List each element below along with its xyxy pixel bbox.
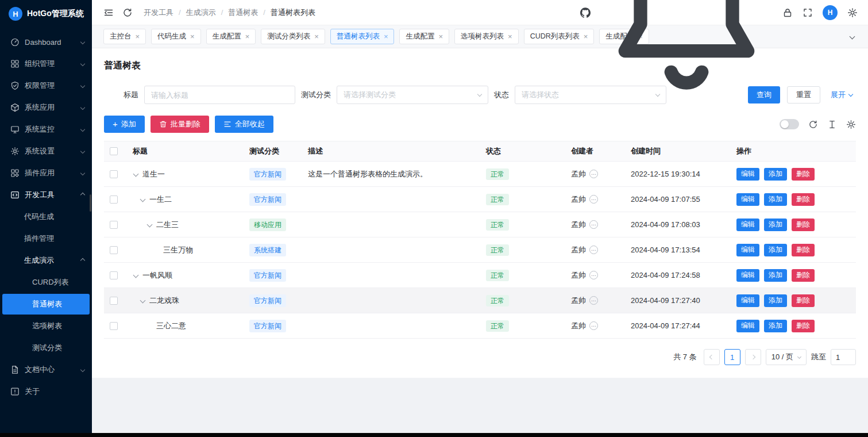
category-filter-select[interactable]: 请选择测试分类 [337,86,488,104]
row-edit-button[interactable]: 编辑 [736,294,759,307]
row-checkbox[interactable] [110,221,118,229]
row-edit-button[interactable]: 编辑 [736,320,759,332]
breadcrumb-item[interactable]: 开发工具 [144,7,173,18]
row-add-button[interactable]: 添加 [764,320,787,332]
row-delete-button[interactable]: 删除 [792,269,815,282]
tabs-dropdown-button[interactable] [844,34,860,39]
row-delete-button[interactable]: 删除 [792,168,815,181]
row-checkbox[interactable] [110,246,118,254]
creator-info-icon[interactable]: ⋯ [589,195,598,204]
row-checkbox[interactable] [110,170,118,178]
sidebar-item-system-monitor[interactable]: 系统监控 [0,118,92,140]
sidebar-item-dashboard[interactable]: Dashboard [0,31,92,53]
tab-console[interactable]: 主控台× [103,29,146,44]
tab-code-generation[interactable]: 代码生成× [151,29,201,44]
tree-collapse-icon[interactable] [146,222,152,228]
row-checkbox[interactable] [110,297,118,305]
row-delete-button[interactable]: 删除 [792,320,815,332]
expand-filters-button[interactable]: 展开 [827,89,856,101]
user-avatar[interactable]: H [823,5,838,20]
gear-icon[interactable] [846,120,856,129]
row-add-button[interactable]: 添加 [764,269,787,282]
app-logo[interactable]: H HotGo管理系统 [0,0,92,28]
row-add-button[interactable]: 添加 [764,244,787,256]
sidebar-item-plugin-apps[interactable]: 插件应用 [0,162,92,184]
row-edit-button[interactable]: 编辑 [736,218,759,231]
table-row[interactable]: 二龙戏珠 官方新闻 正常 孟帅⋯ 2024-04-09 17:27:40 编辑 … [104,288,856,313]
menu-fold-icon[interactable] [103,7,114,18]
creator-info-icon[interactable]: ⋯ [589,246,598,254]
table-border-toggle[interactable] [780,119,799,129]
sidebar-item-generation-demo[interactable]: 生成演示 [0,250,92,271]
sidebar-item-curd-list[interactable]: CURD列表 [0,271,92,293]
creator-info-icon[interactable]: ⋯ [589,220,598,229]
row-delete-button[interactable]: 删除 [792,294,815,307]
tab-close-icon[interactable]: × [438,33,443,40]
tab-generation-config-2[interactable]: 生成配置× [399,29,449,44]
tab-close-icon[interactable]: × [314,33,319,40]
creator-info-icon[interactable]: ⋯ [589,170,598,178]
add-button[interactable]: + 添加 [104,116,145,133]
table-row[interactable]: 二生三 移动应用 正常 孟帅⋯ 2024-04-09 17:08:03 编辑 添… [104,212,856,237]
row-add-button[interactable]: 添加 [764,193,787,206]
page-size-select[interactable]: 10 / 页 [766,349,807,365]
refresh-icon[interactable] [808,120,818,129]
sidebar-item-code-generation[interactable]: 代码生成 [0,206,92,228]
title-filter-input[interactable] [144,86,295,104]
creator-info-icon[interactable]: ⋯ [589,321,598,330]
jump-to-input[interactable] [831,349,856,365]
row-delete-button[interactable]: 删除 [792,244,815,256]
refresh-icon[interactable] [122,7,133,18]
table-row[interactable]: 一帆风顺 官方新闻 正常 孟帅⋯ 2024-04-09 17:24:58 编辑 … [104,263,856,288]
creator-info-icon[interactable]: ⋯ [589,296,598,305]
sidebar-scrollbar-thumb[interactable] [90,194,91,212]
sidebar-item-permissions[interactable]: 权限管理 [0,75,92,97]
collapse-all-button[interactable]: 全部收起 [215,116,273,133]
page-number-button[interactable]: 1 [724,349,740,365]
tab-close-icon[interactable]: × [508,33,512,40]
row-edit-button[interactable]: 编辑 [736,193,759,206]
tab-close-icon[interactable]: × [245,33,250,40]
table-row[interactable]: 道生一 官方新闻 这是一个普通树形表格的生成演示。 正常 孟帅⋯ 2022-12… [104,162,856,187]
reset-button[interactable]: 重置 [787,86,820,103]
notification-bell[interactable]: 1 [600,0,773,99]
sidebar-item-dev-tools[interactable]: 开发工具 [0,184,92,206]
sidebar-item-system-settings[interactable]: 系统设置 [0,140,92,162]
table-row[interactable]: 一生二 官方新闻 正常 孟帅⋯ 2024-04-09 17:07:55 编辑 添… [104,187,856,212]
fullscreen-icon[interactable] [803,7,813,18]
row-add-button[interactable]: 添加 [764,168,787,181]
sidebar-item-tree-table[interactable]: 普通树表 [2,294,90,315]
github-icon[interactable] [580,7,591,18]
select-all-checkbox[interactable] [110,147,118,155]
row-edit-button[interactable]: 编辑 [736,168,759,181]
tab-cudr-list[interactable]: CUDR列表列表× [524,29,595,44]
tab-close-icon[interactable]: × [584,33,588,40]
tab-close-icon[interactable]: × [190,33,195,40]
sidebar-item-option-tree-table[interactable]: 选项树表 [0,315,92,337]
lock-icon[interactable] [782,7,793,18]
text-height-icon[interactable] [827,120,837,129]
row-edit-button[interactable]: 编辑 [736,269,759,282]
tab-close-icon[interactable]: × [136,33,140,40]
row-delete-button[interactable]: 删除 [792,193,815,206]
tab-tree-table-list[interactable]: 普通树表列表× [330,29,395,44]
creator-info-icon[interactable]: ⋯ [589,271,598,279]
sidebar-item-doc-center[interactable]: 文档中心 [0,359,92,381]
row-checkbox[interactable] [110,271,118,279]
batch-delete-button[interactable]: 批量删除 [151,116,209,133]
tree-collapse-icon[interactable] [140,197,145,202]
tab-test-category-list[interactable]: 测试分类列表× [261,29,325,44]
sidebar-item-system-apps[interactable]: 系统应用 [0,97,92,118]
sidebar-item-plugin-management[interactable]: 插件管理 [0,228,92,250]
sidebar-item-about[interactable]: 关于 [0,381,92,402]
row-checkbox[interactable] [110,322,118,330]
row-add-button[interactable]: 添加 [764,218,787,231]
tab-close-icon[interactable]: × [384,33,388,40]
row-add-button[interactable]: 添加 [764,294,787,307]
tree-collapse-icon[interactable] [133,273,138,278]
next-page-button[interactable] [745,349,761,365]
tab-generation-config-1[interactable]: 生成配置× [206,29,256,44]
breadcrumb-item[interactable]: 普通树表 [228,7,258,18]
breadcrumb-item[interactable]: 生成演示 [186,7,216,18]
sidebar-item-test-category[interactable]: 测试分类 [0,337,92,359]
